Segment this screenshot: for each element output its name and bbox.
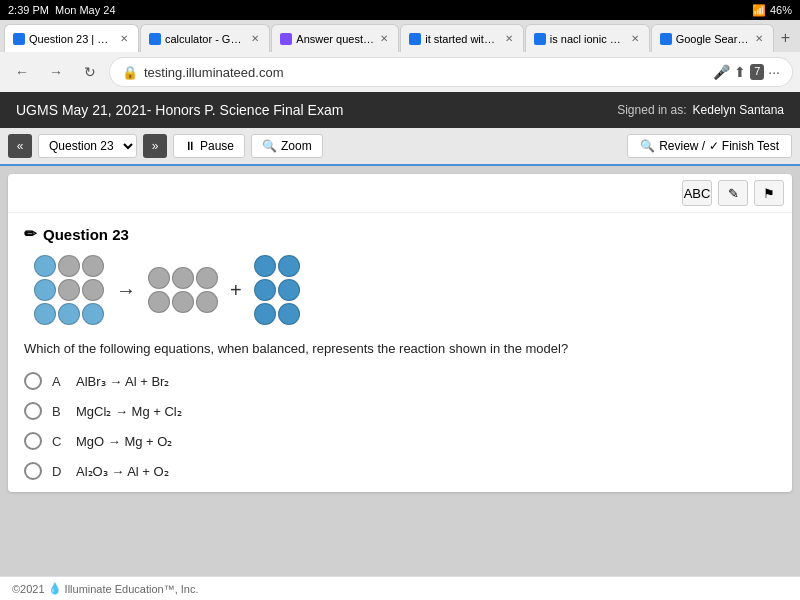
p1c2	[172, 267, 194, 289]
pause-label: Pause	[200, 139, 234, 153]
option-text-d: Al₂O₃ → Al + O₂	[76, 464, 169, 479]
radio-d[interactable]	[24, 462, 42, 480]
address-bar-row: ← → ↻ 🔒 testing.illuminateed.com 🎤 ⬆ 7 ·…	[0, 52, 800, 92]
test-toolbar: « Question 23 » ⏸ Pause 🔍 Zoom 🔍 Review …	[0, 128, 800, 166]
tab-close-answer[interactable]: ✕	[378, 33, 390, 44]
circle-9	[82, 303, 104, 325]
tab-label-itstarted: it started with...	[425, 33, 499, 45]
wifi-icon: 📶	[752, 4, 766, 17]
tab-nacl[interactable]: is nacl ionic o... ✕	[525, 24, 650, 52]
answer-options: A AlBr₃ → Al + Br₂ B MgCl₂ → Mg + Cl₂ C …	[24, 372, 776, 480]
tab-label-q23: Question 23 | U...	[29, 33, 114, 45]
tab-label-answer: Answer questi...	[296, 33, 374, 45]
plus-sign: +	[230, 279, 242, 302]
p1c6	[196, 291, 218, 313]
zoom-label: Zoom	[281, 139, 312, 153]
circle-8	[58, 303, 80, 325]
option-text-c: MgO → Mg + O₂	[76, 434, 172, 449]
review-label: Review / ✓ Finish Test	[659, 139, 779, 153]
abc-button[interactable]: ABC	[682, 180, 712, 206]
lock-icon: 🔒	[122, 65, 138, 80]
back-button[interactable]: ←	[8, 58, 36, 86]
p1c4	[148, 291, 170, 313]
tabs-count[interactable]: 7	[750, 64, 764, 80]
tab-close-calc[interactable]: ✕	[249, 33, 261, 44]
question-panel: ABC ✎ ⚑ ✏ Question 23	[8, 174, 792, 492]
tab-close-google[interactable]: ✕	[753, 33, 765, 44]
circle-3	[82, 255, 104, 277]
next-question-button[interactable]: »	[143, 134, 167, 158]
p2c4	[278, 279, 300, 301]
tab-label-nacl: is nacl ionic o...	[550, 33, 625, 45]
circle-2	[58, 255, 80, 277]
tab-favicon-itstarted	[409, 33, 421, 45]
tab-itstarted[interactable]: it started with... ✕	[400, 24, 524, 52]
circle-1	[34, 255, 56, 277]
product2-molecule	[254, 255, 300, 325]
tab-bar: Question 23 | U... ✕ calculator - Go... …	[0, 20, 800, 52]
circle-7	[34, 303, 56, 325]
footer: ©2021 💧 Illuminate Education™, Inc.	[0, 576, 800, 600]
app-title: UGMS May 21, 2021- Honors P. Science Fin…	[16, 102, 343, 118]
tab-answer[interactable]: Answer questi... ✕	[271, 24, 399, 52]
tab-close-nacl[interactable]: ✕	[629, 33, 641, 44]
option-a[interactable]: A AlBr₃ → Al + Br₂	[24, 372, 776, 390]
new-tab-button[interactable]: +	[775, 29, 796, 47]
question-prompt: Which of the following equations, when b…	[24, 341, 776, 356]
more-icon[interactable]: ···	[768, 64, 780, 80]
prev-question-button[interactable]: «	[8, 134, 32, 158]
status-right: 📶 46%	[752, 4, 792, 17]
pause-icon: ⏸	[184, 139, 196, 153]
p2c6	[278, 303, 300, 325]
tab-favicon-google	[660, 33, 672, 45]
zoom-button[interactable]: 🔍 Zoom	[251, 134, 323, 158]
question-select[interactable]: Question 23	[38, 134, 137, 158]
content-area: ABC ✎ ⚑ ✏ Question 23	[0, 166, 800, 576]
option-b[interactable]: B MgCl₂ → Mg + Cl₂	[24, 402, 776, 420]
status-bar: 2:39 PM Mon May 24 📶 46%	[0, 0, 800, 20]
tab-close-itstarted[interactable]: ✕	[503, 33, 515, 44]
question-number: Question 23	[43, 226, 129, 243]
tab-close-q23[interactable]: ✕	[118, 33, 130, 44]
tab-calculator[interactable]: calculator - Go... ✕	[140, 24, 270, 52]
p2c5	[254, 303, 276, 325]
p2c3	[254, 279, 276, 301]
tab-google[interactable]: Google Search ✕	[651, 24, 774, 52]
option-d[interactable]: D Al₂O₃ → Al + O₂	[24, 462, 776, 480]
company-name: Illuminate Education™, Inc.	[65, 583, 199, 595]
microphone-icon[interactable]: 🎤	[713, 64, 730, 80]
p1c5	[172, 291, 194, 313]
reactant-molecule	[34, 255, 104, 325]
flag-button[interactable]: ⚑	[754, 180, 784, 206]
review-finish-button[interactable]: 🔍 Review / ✓ Finish Test	[627, 134, 792, 158]
circle-5	[58, 279, 80, 301]
radio-a[interactable]	[24, 372, 42, 390]
refresh-button[interactable]: ↻	[76, 58, 104, 86]
address-icons: 🎤 ⬆ 7 ···	[713, 64, 780, 80]
panel-toolbar: ABC ✎ ⚑	[8, 174, 792, 213]
question-content: ✏ Question 23	[8, 213, 792, 492]
p1c1	[148, 267, 170, 289]
time: 2:39 PM	[8, 4, 49, 16]
share-icon[interactable]: ⬆	[734, 64, 746, 80]
pencil-icon: ✏	[24, 225, 37, 243]
pause-button[interactable]: ⏸ Pause	[173, 134, 245, 158]
tab-label-calc: calculator - Go...	[165, 33, 245, 45]
option-letter-d: D	[52, 464, 66, 479]
forward-button[interactable]: →	[42, 58, 70, 86]
radio-c[interactable]	[24, 432, 42, 450]
edit-button[interactable]: ✎	[718, 180, 748, 206]
question-title: ✏ Question 23	[24, 225, 776, 243]
tab-label-google: Google Search	[676, 33, 749, 45]
copyright: ©2021	[12, 583, 45, 595]
zoom-icon: 🔍	[262, 139, 277, 153]
address-bar[interactable]: 🔒 testing.illuminateed.com 🎤 ⬆ 7 ···	[110, 58, 792, 86]
tab-question23[interactable]: Question 23 | U... ✕	[4, 24, 139, 52]
p2c2	[278, 255, 300, 277]
url-text: testing.illuminateed.com	[144, 65, 707, 80]
radio-b[interactable]	[24, 402, 42, 420]
review-icon: 🔍	[640, 139, 655, 153]
option-letter-c: C	[52, 434, 66, 449]
option-c[interactable]: C MgO → Mg + O₂	[24, 432, 776, 450]
molecule-diagram: →	[24, 255, 776, 325]
